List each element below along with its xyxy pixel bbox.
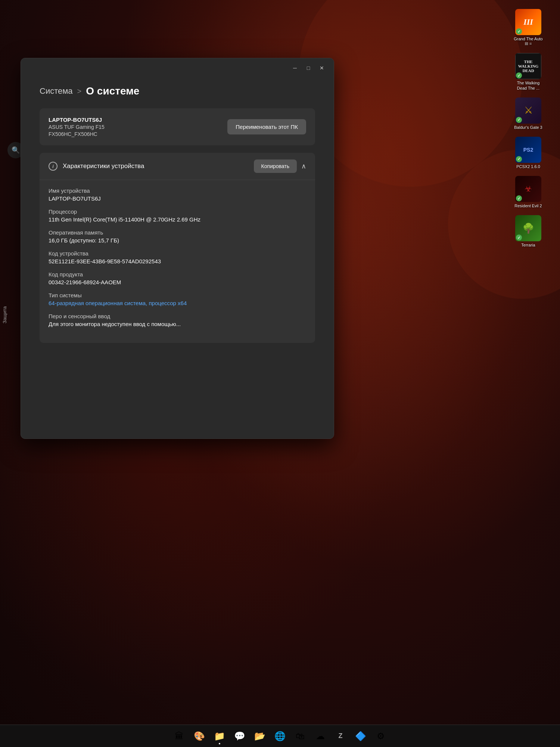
char-header-left: i Характеристики устройства <box>49 162 144 171</box>
desktop-icon-walking-dead[interactable]: THEWALKINGDEAD ✓ The Walking Dead The ..… <box>500 52 556 92</box>
taskbar-file-explorer[interactable]: 📁 <box>211 727 228 745</box>
taskbar-blender[interactable]: 🔷 <box>352 727 370 745</box>
settings-icon: ⚙ <box>377 731 385 741</box>
char-value-processor: 11th Gen Intel(R) Core(TM) i5-11400H @ 2… <box>49 216 306 223</box>
file-explorer-icon: 📁 <box>214 731 225 741</box>
search-icon: 🔍 <box>12 146 20 154</box>
taskbar-teams[interactable]: 💬 <box>231 727 249 745</box>
char-value-system-type: 64-разрядная операционная система, проце… <box>49 300 306 306</box>
char-content: Имя устройства LAPTOP-BO7UTS6J Процессор… <box>40 180 315 343</box>
colorize-icon: 🎨 <box>194 731 205 741</box>
gta3-icon-label: Grand The Auto III = <box>513 37 543 46</box>
settings-window: ─ □ ✕ Система > О системе LAPTOP-BO7UTS6… <box>21 58 334 439</box>
pcsx2-check-badge: ✓ <box>516 156 522 162</box>
wd-icon-image: THEWALKINGDEAD ✓ <box>515 53 541 79</box>
taskbar-zen[interactable]: Z <box>332 727 349 745</box>
breadcrumb: Система > О системе <box>40 85 315 97</box>
device-model-line2: FX506HC_FX506HC <box>49 131 105 137</box>
desktop-icon-re2[interactable]: ☣ ✓ Resident Evil 2 <box>500 174 556 210</box>
terraria-icon-image: 🌳 ✓ <box>515 215 541 241</box>
char-value-ram: 16,0 ГБ (доступно: 15,7 ГБ) <box>49 237 306 244</box>
rename-pc-button[interactable]: Переименовать этот ПК <box>227 119 306 134</box>
characteristics-header: i Характеристики устройства Копировать ∧ <box>40 153 315 180</box>
re2-check-badge: ✓ <box>516 195 522 201</box>
chevron-up-icon[interactable]: ∧ <box>301 162 306 170</box>
bg3-check-badge: ✓ <box>516 117 522 123</box>
char-value-product-code: 00342-21966-68924-AAOEM <box>49 279 306 285</box>
taskbar-colorize[interactable]: 🎨 <box>190 727 208 745</box>
breadcrumb-parent: Система <box>40 86 73 96</box>
taskbar-location[interactable]: 🏛 <box>170 727 188 745</box>
taskbar-store[interactable]: 🛍 <box>291 727 309 745</box>
teams-icon: 💬 <box>234 731 245 741</box>
device-card: LAPTOP-BO7UTS6J ASUS TUF Gaming F15 FX50… <box>40 108 315 145</box>
zen-icon: Z <box>339 732 343 740</box>
pcsx2-icon-image: PS2 ✓ <box>515 137 541 163</box>
blender-icon: 🔷 <box>355 731 366 741</box>
copy-button[interactable]: Копировать <box>254 159 297 173</box>
taskbar-files[interactable]: 📂 <box>251 727 269 745</box>
window-content: Система > О системе LAPTOP-BO7UTS6J ASUS… <box>21 78 334 354</box>
gta3-check-badge: ✓ <box>516 28 522 34</box>
char-value-device-code: 52E1121E-93EE-43B6-9E58-574AD0292543 <box>49 258 306 264</box>
cloud-icon: ☁ <box>316 731 325 741</box>
char-value-pen-touch: Для этого монитора недоступен ввод с пом… <box>49 321 306 327</box>
char-label-pen-touch: Перо и сенсорный ввод <box>49 313 306 319</box>
char-label-device-code: Код устройства <box>49 250 306 257</box>
minimize-button[interactable]: ─ <box>289 62 301 74</box>
char-label-ram: Оперативная память <box>49 229 306 236</box>
desktop-icon-gta3[interactable]: III ✓ Grand The Auto III = <box>500 7 556 48</box>
taskbar-settings[interactable]: ⚙ <box>372 727 390 745</box>
char-label-device-name: Имя устройства <box>49 187 306 194</box>
char-value-device-name: LAPTOP-BO7UTS6J <box>49 195 306 202</box>
char-row-system-type: Тип системы 64-разрядная операционная си… <box>49 292 306 306</box>
char-label-product-code: Код продукта <box>49 271 306 278</box>
bg3-icon-label: Baldur's Gate 3 <box>514 125 542 130</box>
gta3-icon-image: III ✓ <box>515 9 541 35</box>
taskbar-cloud[interactable]: ☁ <box>311 727 329 745</box>
desktop-icon-pcsx2[interactable]: PS2 ✓ PCSX2 1.6.0 <box>500 135 556 171</box>
characteristics-section: i Характеристики устройства Копировать ∧… <box>40 153 315 343</box>
store-icon: 🛍 <box>296 731 305 741</box>
wd-icon-label: The Walking Dead The ... <box>513 81 543 90</box>
char-row-pen-touch: Перо и сенсорный ввод Для этого монитора… <box>49 313 306 327</box>
char-row-product-code: Код продукта 00342-21966-68924-AAOEM <box>49 271 306 285</box>
char-row-device-name: Имя устройства LAPTOP-BO7UTS6J <box>49 187 306 202</box>
close-button[interactable]: ✕ <box>316 62 328 74</box>
device-model-line1: ASUS TUF Gaming F15 <box>49 124 105 130</box>
taskbar-edge[interactable]: 🌐 <box>271 727 289 745</box>
bg3-icon-image: ⚔ ✓ <box>515 97 541 124</box>
char-label-processor: Процессор <box>49 208 306 215</box>
terraria-icon-label: Terraria <box>521 243 535 248</box>
char-label-system-type: Тип системы <box>49 292 306 298</box>
location-icon: 🏛 <box>175 731 184 741</box>
protection-label: Защита <box>2 306 7 323</box>
char-row-processor: Процессор 11th Gen Intel(R) Core(TM) i5-… <box>49 208 306 223</box>
title-bar: ─ □ ✕ <box>21 58 334 78</box>
breadcrumb-current: О системе <box>86 85 139 97</box>
char-header-right: Копировать ∧ <box>254 159 306 173</box>
maximize-button[interactable]: □ <box>302 62 314 74</box>
desktop-icon-bg3[interactable]: ⚔ ✓ Baldur's Gate 3 <box>500 96 556 131</box>
desktop-icon-terraria[interactable]: 🌳 ✓ Terraria <box>500 214 556 249</box>
device-hostname: LAPTOP-BO7UTS6J <box>49 117 105 123</box>
breadcrumb-separator: > <box>77 87 82 96</box>
pcsx2-icon-label: PCSX2 1.6.0 <box>516 164 540 169</box>
edge-icon: 🌐 <box>274 731 286 741</box>
re2-icon-image: ☣ ✓ <box>515 176 541 202</box>
char-row-device-code: Код устройства 52E1121E-93EE-43B6-9E58-5… <box>49 250 306 264</box>
files-icon: 📂 <box>254 731 265 741</box>
taskbar: 🏛 🎨 📁 💬 📂 🌐 🛍 ☁ Z 🔷 ⚙ <box>0 725 560 747</box>
info-icon: i <box>49 162 57 171</box>
re2-icon-label: Resident Evil 2 <box>514 204 542 208</box>
characteristics-title: Характеристики устройства <box>63 162 144 170</box>
char-row-ram: Оперативная память 16,0 ГБ (доступно: 15… <box>49 229 306 244</box>
desktop-icons-panel: III ✓ Grand The Auto III = THEWALKINGDEA… <box>497 0 560 747</box>
device-info-text: LAPTOP-BO7UTS6J ASUS TUF Gaming F15 FX50… <box>49 117 105 137</box>
